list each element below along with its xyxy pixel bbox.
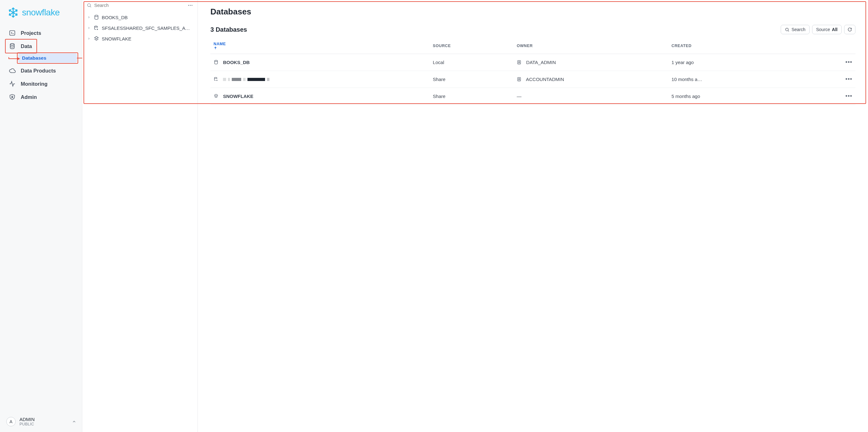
- sidebar-item-monitoring[interactable]: Monitoring: [6, 77, 77, 90]
- chevron-right-icon: [87, 26, 91, 30]
- sidebar-item-data[interactable]: Data: [6, 39, 36, 53]
- snowflake-app-icon: [94, 36, 99, 41]
- avatar: A: [6, 417, 16, 426]
- svg-point-7: [95, 15, 98, 17]
- svg-point-8: [95, 26, 97, 27]
- svg-point-10: [215, 60, 217, 62]
- row-name: SNOWFLAKE: [223, 94, 253, 99]
- sidebar: snowflake Projects Data Databases: [0, 0, 82, 432]
- brand-text: snowflake: [22, 7, 60, 18]
- database-count: 3 Databases: [210, 26, 247, 33]
- search-icon: [785, 27, 789, 32]
- sort-asc-icon: [214, 46, 427, 50]
- row-source: Share: [430, 88, 514, 105]
- row-owner: —: [514, 88, 668, 105]
- table-row[interactable]: BOOKS_DB Local DATA_ADMIN 1 year ago •••: [210, 54, 856, 71]
- content-highlight: BOOKS_DB SFSALESSHARED_SFC_SAMPLES_AWS… …: [82, 0, 868, 432]
- sidebar-item-label: Projects: [21, 30, 41, 36]
- svg-point-1: [10, 44, 14, 45]
- share-icon: [94, 25, 99, 31]
- svg-point-13: [215, 77, 217, 78]
- row-created: 1 year ago: [668, 54, 841, 71]
- sidebar-item-label: Data: [21, 43, 32, 49]
- chevron-right-icon: [87, 37, 91, 40]
- col-source[interactable]: SOURCE: [430, 38, 514, 54]
- row-owner: ACCOUNTADMIN: [526, 76, 564, 82]
- svg-point-15: [519, 78, 520, 79]
- activity-icon: [9, 81, 16, 87]
- nav: Projects Data Databases Dat: [0, 24, 82, 103]
- object-tree: BOOKS_DB SFSALESSHARED_SFC_SAMPLES_AWS… …: [82, 11, 197, 45]
- tree-item-label: SNOWFLAKE: [102, 36, 131, 41]
- row-actions-button[interactable]: •••: [845, 76, 852, 82]
- refresh-button[interactable]: [844, 25, 856, 34]
- row-actions-button[interactable]: •••: [845, 59, 852, 65]
- tree-item[interactable]: SNOWFLAKE: [85, 33, 194, 44]
- sidebar-item-databases[interactable]: Databases: [18, 53, 77, 63]
- sidebar-item-admin[interactable]: Admin: [6, 90, 77, 103]
- source-filter-button[interactable]: Source All: [812, 25, 842, 34]
- col-name[interactable]: NAME: [210, 38, 430, 54]
- source-filter-label: Source: [816, 27, 830, 32]
- database-icon: [9, 43, 16, 50]
- user-role: PUBLIC: [20, 422, 35, 426]
- database-table: NAME SOURCE OWNER CREATED BOOKS_DB Local: [210, 38, 856, 105]
- refresh-icon: [847, 27, 852, 32]
- search-icon: [87, 3, 92, 8]
- role-icon: [517, 76, 522, 82]
- role-icon: [517, 60, 522, 65]
- page-title: Databases: [210, 7, 856, 17]
- snowflake-app-icon: [214, 94, 219, 99]
- source-filter-value: All: [832, 27, 838, 32]
- row-name-redacted: [223, 78, 270, 81]
- user-panel[interactable]: A ADMIN PUBLIC: [0, 412, 82, 432]
- row-owner: DATA_ADMIN: [526, 60, 556, 65]
- terminal-icon: [9, 30, 16, 36]
- svg-point-2: [11, 96, 13, 97]
- tree-item-label: SFSALESSHARED_SFC_SAMPLES_AWS…: [102, 25, 192, 31]
- sidebar-item-data-products[interactable]: Data Products: [6, 64, 77, 77]
- sidebar-item-projects[interactable]: Projects: [6, 26, 77, 39]
- shield-icon: [9, 94, 16, 100]
- row-created: 5 months ago: [668, 88, 841, 105]
- col-created[interactable]: CREATED: [668, 38, 841, 54]
- object-tree-panel: BOOKS_DB SFSALESSHARED_SFC_SAMPLES_AWS… …: [82, 0, 198, 432]
- svg-point-6: [192, 5, 192, 6]
- sidebar-item-label: Admin: [21, 94, 37, 100]
- row-name: BOOKS_DB: [223, 60, 250, 65]
- sidebar-item-label: Databases: [22, 55, 46, 61]
- chevron-up-icon: [72, 420, 76, 424]
- tree-item-label: BOOKS_DB: [102, 15, 128, 20]
- main-panel: Databases 3 Databases Search Source All …: [198, 0, 868, 432]
- search-button[interactable]: Search: [781, 25, 809, 34]
- logo[interactable]: snowflake: [0, 0, 82, 24]
- tree-item[interactable]: BOOKS_DB: [85, 12, 194, 23]
- table-row[interactable]: SNOWFLAKE Share — 5 months ago •••: [210, 88, 856, 105]
- svg-point-12: [519, 61, 520, 62]
- sidebar-item-label: Data Products: [21, 68, 56, 74]
- row-actions-button[interactable]: •••: [845, 93, 852, 99]
- search-button-label: Search: [792, 27, 805, 32]
- database-icon: [214, 60, 219, 65]
- user-name: ADMIN: [20, 416, 35, 422]
- tree-item[interactable]: SFSALESSHARED_SFC_SAMPLES_AWS…: [85, 23, 194, 33]
- table-row[interactable]: Share ACCOUNTADMIN 10 months a… •••: [210, 71, 856, 88]
- user-info: ADMIN PUBLIC: [20, 416, 35, 426]
- row-source: Local: [430, 54, 514, 71]
- cloud-icon: [9, 67, 16, 74]
- col-owner[interactable]: OWNER: [514, 38, 668, 54]
- sidebar-item-label: Monitoring: [21, 81, 48, 87]
- row-created: 10 months a…: [668, 71, 841, 88]
- chevron-right-icon: [87, 16, 91, 19]
- snowflake-logo-icon: [7, 7, 19, 18]
- share-icon: [214, 76, 219, 82]
- database-icon: [94, 14, 99, 20]
- svg-point-9: [786, 28, 788, 31]
- search-input[interactable]: [94, 3, 185, 8]
- tree-more-button[interactable]: [187, 2, 193, 8]
- row-source: Share: [430, 71, 514, 88]
- svg-point-3: [88, 4, 90, 7]
- svg-point-4: [188, 5, 189, 6]
- svg-point-5: [190, 5, 191, 6]
